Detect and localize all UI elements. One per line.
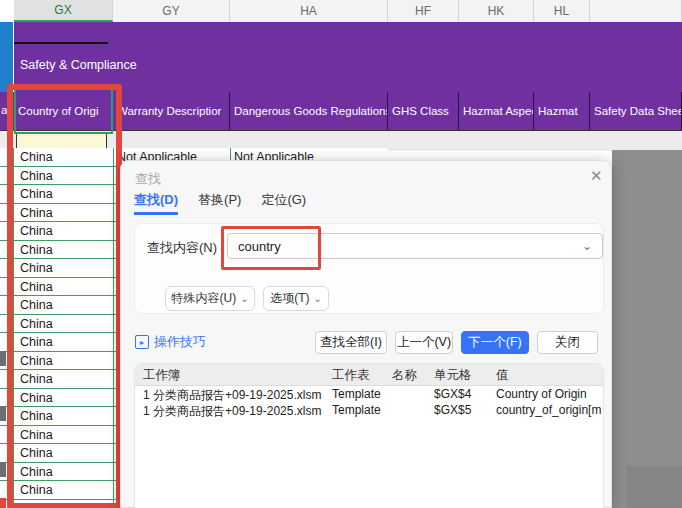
- sheet-header-cell[interactable]: Dangerous Goods Regulations: [230, 92, 388, 130]
- column-header-GY[interactable]: GY: [113, 0, 230, 22]
- grid-corner: [0, 0, 14, 22]
- left-edge-fragment: [0, 351, 6, 366]
- results-column-header[interactable]: 单元格: [434, 367, 472, 384]
- results-column-header[interactable]: 名称: [392, 367, 417, 384]
- dialog-tabs: 查找(D)替换(P)定位(G): [134, 191, 306, 215]
- result-sheet: Template: [332, 387, 381, 401]
- gray-overlay-patch: [627, 466, 682, 508]
- result-cell: $GX$5: [434, 403, 471, 417]
- section-label: Safety & Compliance: [20, 58, 137, 72]
- result-sheet: Template: [332, 403, 381, 417]
- next-button[interactable]: 下一个(F): [461, 331, 529, 354]
- column-header-GX[interactable]: GX: [14, 0, 113, 22]
- dialog-title: 查找: [135, 170, 161, 188]
- sheet-header-cell[interactable]: Safety Data Shee: [590, 92, 682, 130]
- column-header-HA[interactable]: HA: [230, 0, 388, 22]
- column-header-strip: GXGYHAHFHKHL: [0, 0, 682, 23]
- tab-查找(D)[interactable]: 查找(D): [134, 191, 178, 215]
- red-annotation-column-box: [7, 84, 122, 508]
- sheet-header-cell[interactable]: Warranty Descriptior: [113, 92, 230, 130]
- results-column-header[interactable]: 值: [496, 367, 509, 384]
- find-dialog: 查找 ✕ 查找(D)替换(P)定位(G) 查找内容(N) country ⌄ 特…: [120, 160, 612, 508]
- tab-定位(G)[interactable]: 定位(G): [261, 191, 306, 215]
- find-input-panel: 查找内容(N) country ⌄ 特殊内容(U) ⌄ 选项(T) ⌄: [134, 223, 604, 314]
- options-button[interactable]: 选项(T) ⌄: [263, 286, 329, 311]
- tab-替换(P)[interactable]: 替换(P): [198, 191, 241, 215]
- column-header-HF[interactable]: HF: [388, 0, 459, 22]
- red-annotation-fragment: [0, 498, 6, 508]
- sheet-header-cell[interactable]: Hazmat: [534, 92, 590, 130]
- find-results-panel: 工作簿工作表名称单元格值 1 分类商品报告+09-19-2025.xlsmTem…: [134, 363, 604, 508]
- chevron-down-icon[interactable]: ⌄: [582, 239, 592, 253]
- chevron-down-icon: ⌄: [313, 293, 321, 304]
- tips-link[interactable]: ▸ 操作技巧: [135, 333, 206, 351]
- cell-border-line: [14, 42, 108, 44]
- close-icon[interactable]: ✕: [590, 167, 603, 185]
- left-edge-fragment: [0, 462, 6, 477]
- options-label: 选项(T): [270, 290, 309, 307]
- gray-overlay-region: [612, 150, 682, 508]
- find-all-button[interactable]: 查找全部(I): [315, 331, 387, 354]
- previous-button[interactable]: 上一个(V): [395, 331, 453, 354]
- section-banner: [14, 22, 682, 92]
- sheet-header-cell[interactable]: GHS Class: [388, 92, 459, 130]
- close-button[interactable]: 关闭: [537, 331, 598, 354]
- results-column-header[interactable]: 工作表: [332, 367, 370, 384]
- column-header-HK[interactable]: HK: [459, 0, 534, 22]
- results-column-header[interactable]: 工作簿: [143, 367, 181, 384]
- result-cell: $GX$4: [434, 387, 471, 401]
- special-content-button[interactable]: 特殊内容(U) ⌄: [165, 286, 255, 311]
- special-content-label: 特殊内容(U): [171, 290, 236, 307]
- results-header-row: 工作簿工作表名称单元格值: [135, 364, 603, 386]
- result-workbook: 1 分类商品报告+09-19-2025.xlsm: [143, 403, 321, 420]
- red-annotation-input-box: [221, 226, 321, 270]
- left-edge-fragment: [0, 406, 6, 421]
- result-value: Country of Origin: [496, 387, 587, 401]
- chevron-down-icon: ⌄: [240, 293, 248, 304]
- tips-label: 操作技巧: [154, 333, 206, 351]
- column-header-HL[interactable]: HL: [534, 0, 590, 22]
- result-row[interactable]: 1 分类商品报告+09-19-2025.xlsmTemplate$GX$5cou…: [135, 402, 603, 418]
- sheet-header-cell[interactable]: Hazmat Aspect: [459, 92, 534, 130]
- tips-icon: ▸: [135, 335, 149, 349]
- result-value: country_of_origin[m: [496, 403, 601, 417]
- find-content-label: 查找内容(N): [147, 239, 217, 257]
- result-row[interactable]: 1 分类商品报告+09-19-2025.xlsmTemplate$GX$4Cou…: [135, 386, 603, 402]
- column-header-blank[interactable]: [590, 0, 682, 22]
